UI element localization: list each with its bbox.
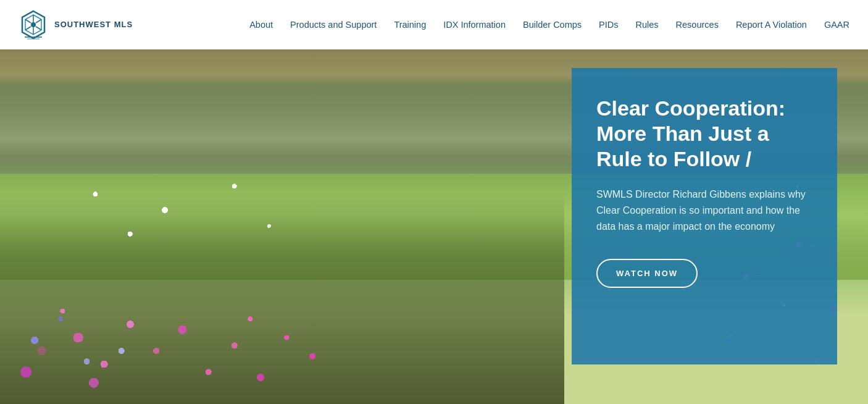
hero-flowers-blue	[0, 298, 173, 404]
nav-report-a-violation[interactable]: Report A Violation	[736, 20, 807, 30]
watch-now-button[interactable]: WATCH NOW	[596, 259, 698, 288]
svg-line-8	[25, 20, 31, 23]
nav-idx-information[interactable]: IDX Information	[443, 20, 506, 30]
nav-rules[interactable]: Rules	[636, 20, 659, 30]
nav-pids[interactable]: PIDs	[599, 20, 618, 30]
svg-line-5	[36, 27, 41, 30]
svg-line-7	[25, 27, 31, 30]
main-nav: About Products and Support Training IDX …	[249, 20, 849, 30]
logo-icon	[19, 10, 48, 40]
hero-section: Clear Cooperation: More Than Just a Rule…	[0, 49, 868, 404]
hero-flowers-white	[43, 138, 390, 298]
nav-resources[interactable]: Resources	[676, 20, 719, 30]
nav-training[interactable]: Training	[394, 20, 426, 30]
nav-about[interactable]: About	[249, 20, 273, 30]
logo[interactable]: SOUTHWEST MLS	[19, 10, 133, 40]
svg-point-2	[31, 22, 36, 27]
hero-description: SWMLS Director Richard Gibbens explains …	[596, 187, 812, 234]
nav-builder-comps[interactable]: Builder Comps	[523, 20, 582, 30]
nav-gaar[interactable]: GAAR	[824, 20, 849, 30]
nav-products-and-support[interactable]: Products and Support	[290, 20, 377, 30]
hero-content-card: Clear Cooperation: More Than Just a Rule…	[572, 68, 837, 364]
site-header: SOUTHWEST MLS About Products and Support…	[0, 0, 868, 49]
hero-title: Clear Cooperation: More Than Just a Rule…	[596, 96, 812, 171]
logo-text: SOUTHWEST MLS	[54, 20, 133, 30]
svg-line-4	[36, 20, 41, 23]
